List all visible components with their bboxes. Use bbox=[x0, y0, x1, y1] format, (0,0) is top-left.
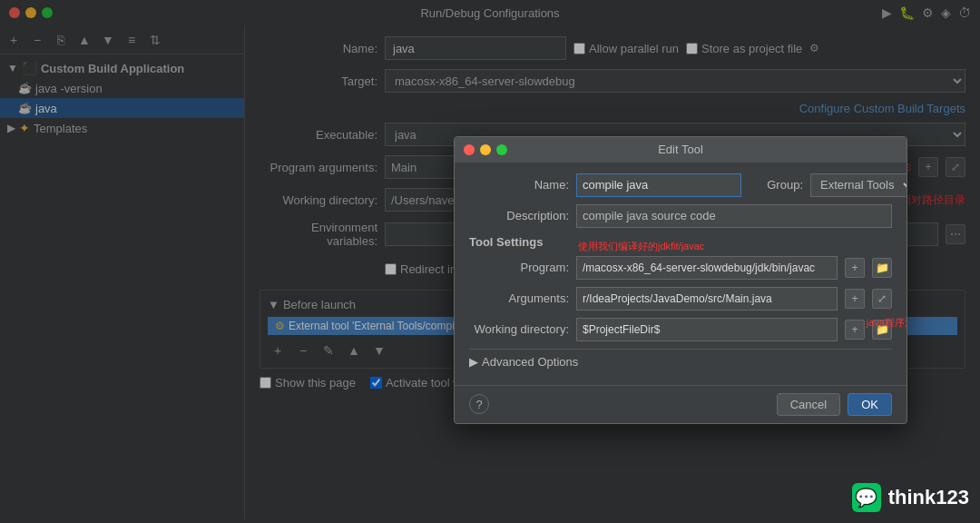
cancel-button[interactable]: Cancel bbox=[777, 393, 840, 416]
edit-tool-body: Name: Group: External Tools Description:… bbox=[455, 163, 906, 385]
ok-button[interactable]: OK bbox=[848, 393, 892, 416]
modal-overlay: Edit Tool Name: Group: External Tools De… bbox=[0, 0, 980, 523]
program-annotation: 使用我们编译好的jdkfit/javac bbox=[578, 240, 704, 253]
edit-group-label: Group: bbox=[749, 178, 803, 192]
args-add-btn[interactable]: + bbox=[845, 289, 865, 309]
edit-workdir-label: Working directory: bbox=[469, 322, 569, 336]
edit-group-select[interactable]: External Tools bbox=[810, 173, 907, 197]
edit-arguments-input[interactable] bbox=[576, 287, 838, 311]
edit-tool-title: Edit Tool bbox=[658, 143, 703, 156]
modal-max-button[interactable] bbox=[496, 144, 507, 155]
edit-tool-dialog: Edit Tool Name: Group: External Tools De… bbox=[454, 136, 907, 424]
edit-workdir-input[interactable] bbox=[576, 318, 838, 341]
workdir-annotation: java程序源码所在位置 bbox=[867, 316, 907, 330]
edit-description-label: Description: bbox=[469, 209, 569, 222]
watermark: 💬 think123 bbox=[852, 483, 969, 512]
edit-name-label: Name: bbox=[469, 178, 569, 192]
workdir-add-btn[interactable]: + bbox=[845, 320, 865, 340]
edit-name-row: Name: Group: External Tools bbox=[469, 173, 892, 197]
edit-workdir-row: Working directory: + 📁 java程序源码所在位置 bbox=[469, 318, 892, 341]
edit-arguments-row: Arguments: + ⤢ bbox=[469, 287, 892, 311]
edit-program-row: Program: + 📁 使用我们编译好的jdkfit/javac bbox=[469, 256, 892, 280]
edit-description-row: Description: bbox=[469, 204, 892, 228]
edit-description-input[interactable] bbox=[576, 204, 892, 228]
watermark-text: think123 bbox=[888, 486, 969, 509]
program-add-btn[interactable]: + bbox=[845, 258, 865, 278]
advanced-options-section[interactable]: ▶ Advanced Options bbox=[469, 349, 892, 374]
footer-buttons: Cancel OK bbox=[777, 393, 892, 416]
edit-tool-footer: ? Cancel OK bbox=[455, 385, 906, 423]
edit-program-label: Program: bbox=[469, 261, 569, 274]
modal-close-button[interactable] bbox=[464, 144, 475, 155]
args-expand-btn[interactable]: ⤢ bbox=[872, 289, 892, 309]
help-button[interactable]: ? bbox=[469, 394, 489, 414]
wechat-icon: 💬 bbox=[852, 483, 881, 512]
advanced-expand-icon: ▶ bbox=[469, 355, 478, 369]
edit-name-input[interactable] bbox=[576, 173, 741, 197]
edit-title-bar: Edit Tool bbox=[455, 137, 906, 163]
modal-window-controls bbox=[464, 144, 507, 155]
edit-arguments-label: Arguments: bbox=[469, 291, 569, 305]
edit-program-input[interactable] bbox=[576, 256, 838, 280]
program-browse-btn[interactable]: 📁 bbox=[872, 258, 892, 278]
modal-min-button[interactable] bbox=[480, 144, 491, 155]
